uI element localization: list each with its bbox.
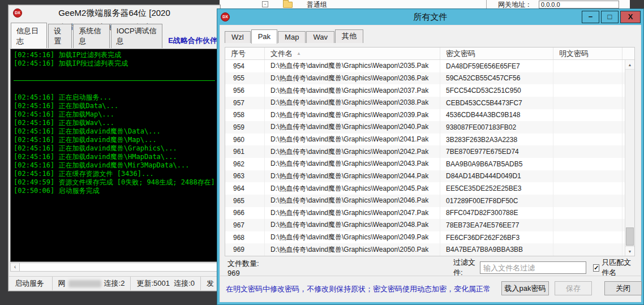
cell-c-file: D:\热血传奇\davind魔兽\Graphics\Weapon\2047.Pa… bbox=[265, 207, 440, 220]
table-vscrollbar[interactable]: ▲ ▼ bbox=[625, 60, 634, 256]
vscroll-thumb[interactable] bbox=[626, 227, 634, 246]
window-controls: − □ X bbox=[580, 11, 641, 23]
geem2-tab[interactable]: IOCP调试信息 bbox=[111, 24, 162, 48]
cell-c-plain bbox=[553, 134, 622, 146]
table-row[interactable]: 964D:\热血传奇\davind魔兽\Graphics\Weapon\2045… bbox=[225, 182, 634, 195]
cell-c-plain bbox=[553, 145, 622, 158]
match-filename-checkbox[interactable]: ✓ 只匹配文件名 bbox=[593, 257, 635, 278]
filter-input[interactable] bbox=[480, 261, 586, 274]
table-row[interactable]: 955D:\热血传奇\davind魔兽\Graphics\Weapon\2036… bbox=[225, 72, 634, 85]
console-line: [02:50:06] 启动服务完成 bbox=[14, 187, 215, 195]
table-row[interactable]: 954D:\热血传奇\davind魔兽\Graphics\Weapon\2035… bbox=[225, 60, 634, 72]
status-connections: 连接:2 bbox=[104, 278, 125, 289]
header-filename[interactable]: 文件名 ▲ bbox=[265, 48, 440, 59]
table-row[interactable]: 961D:\热血传奇\davind魔兽\Graphics\Weapon\2042… bbox=[225, 145, 634, 158]
cell-c-no: 969 bbox=[225, 243, 265, 256]
cell-c-plain bbox=[553, 170, 622, 183]
cell-c-no: 962 bbox=[225, 158, 265, 170]
table-row[interactable]: 965D:\热血传奇\davind魔兽\Graphics\Weapon\2046… bbox=[225, 195, 634, 207]
table-row[interactable]: 959D:\热血传奇\davind魔兽\Graphics\Weapon\2040… bbox=[225, 121, 634, 134]
status-service: 启动服务 bbox=[9, 277, 53, 290]
cell-c-plain bbox=[553, 109, 622, 122]
header-cipher[interactable]: 密文密码 bbox=[440, 48, 553, 59]
hint-text: 在明文密码中修改密码，不修改则保持原状；密文密码使用动态加密，变化属正常 bbox=[226, 284, 491, 294]
cell-c-file: D:\热血传奇\davind魔兽\Graphics\Weapon\2036.Pa… bbox=[265, 72, 440, 85]
cell-c-plain bbox=[553, 84, 622, 97]
console-line: [02:45:16] 正在加载davind魔兽\Mir3MapData\... bbox=[14, 161, 215, 170]
table-row[interactable]: 958D:\热血传奇\davind魔兽\Graphics\Weapon\2039… bbox=[225, 109, 634, 122]
geem2-titlebar[interactable]: DX GeeM2微端服务器64位 [2020 bbox=[8, 5, 220, 21]
header-no[interactable]: 序号 bbox=[225, 48, 265, 59]
cell-c-file: D:\热血传奇\davind魔兽\Graphics\Weapon\2043.Pa… bbox=[265, 158, 440, 170]
console-line: [02:45:16] 正在缓存资源文件 [3436]... bbox=[14, 170, 215, 178]
cell-c-cipher: BAA9B0A9B6A7B5ADB5 bbox=[440, 158, 553, 170]
header-plain[interactable]: 明文密码 bbox=[553, 48, 622, 59]
cell-c-no: 964 bbox=[225, 182, 265, 195]
dialog-titlebar[interactable]: DX 所有文件 − □ X bbox=[217, 9, 643, 25]
table-row[interactable]: 962D:\热血传奇\davind魔兽\Graphics\Weapon\2043… bbox=[225, 158, 634, 170]
console-line: [02:45:16] 加载IP段过滤列表完成 bbox=[14, 59, 215, 68]
cell-c-no: 955 bbox=[225, 72, 265, 85]
console-line: [02:45:16] 加载IP过滤列表完成 bbox=[14, 51, 215, 59]
table-row[interactable]: 956D:\热血传奇\davind魔兽\Graphics\Weapon\2037… bbox=[225, 84, 634, 97]
geem2-tabs: 信息日志设置系统信息IOCP调试信息E战略合作伙伴: 支 bbox=[8, 33, 220, 48]
cell-c-file: D:\热血传奇\davind魔兽\Graphics\Weapon\2042.Pa… bbox=[265, 145, 440, 158]
close-dialog-button[interactable]: 关闭 bbox=[604, 281, 642, 295]
scroll-down-icon[interactable]: ▼ bbox=[625, 246, 634, 256]
geem2-tab[interactable]: 系统信息 bbox=[73, 24, 109, 48]
table-row[interactable]: 969D:\热血传奇\davind魔兽\Graphics\Weapon\2050… bbox=[225, 243, 634, 256]
cell-c-plain bbox=[553, 72, 622, 85]
cell-c-cipher: CEBD453CC5B4473FC7 bbox=[440, 97, 553, 109]
table-row[interactable]: 968D:\热血传奇\davind魔兽\Graphics\Weapon\2049… bbox=[225, 231, 634, 244]
cell-c-plain bbox=[553, 195, 622, 207]
cell-c-no: 965 bbox=[225, 195, 265, 207]
save-button[interactable]: 保存 bbox=[555, 281, 592, 295]
cell-c-cipher: 3B283F263B2A3A2238 bbox=[440, 134, 553, 146]
cell-c-file: D:\热血传奇\davind魔兽\Graphics\Weapon\2048.Pa… bbox=[265, 219, 440, 231]
files-table: 序号 文件名 ▲ 密文密码 明文密码 954D:\热血传奇\davind魔兽\G… bbox=[225, 47, 635, 256]
tree-expander-icon[interactable]: - bbox=[262, 1, 268, 7]
console-line: [02:45:16] 正在加载Wav\... bbox=[14, 119, 215, 127]
table-row[interactable]: 960D:\热血传奇\davind魔兽\Graphics\Weapon\2041… bbox=[225, 134, 634, 146]
scroll-up-icon[interactable]: ▲ bbox=[625, 60, 634, 70]
table-row[interactable]: 957D:\热血传奇\davind魔兽\Graphics\Weapon\2038… bbox=[225, 97, 634, 109]
folder-icon bbox=[283, 2, 293, 8]
geem2-tab[interactable]: 信息日志 bbox=[11, 23, 47, 48]
dialog-tab-Wzl[interactable]: Wzl bbox=[225, 31, 251, 43]
cell-c-cipher: DA48DF59E656E65FE7 bbox=[440, 60, 553, 72]
scroll-left-icon[interactable]: ‹ bbox=[11, 263, 20, 271]
header-filler bbox=[622, 48, 634, 59]
hscroll-track[interactable] bbox=[20, 263, 218, 271]
console-hscrollbar[interactable]: ‹ bbox=[10, 263, 218, 272]
cell-c-cipher: 017289F00E7F8DF50C bbox=[440, 195, 553, 207]
cell-c-no: 959 bbox=[225, 121, 265, 134]
checkbox-checked-icon[interactable]: ✓ bbox=[593, 264, 599, 272]
console-line: [02:45:16] 正在启动服务... bbox=[14, 93, 215, 102]
cell-c-cipher: 4536CDB44A3BC9B148 bbox=[440, 109, 553, 122]
cell-c-file: D:\热血传奇\davind魔兽\Graphics\Weapon\2039.Pa… bbox=[265, 109, 440, 122]
close-button[interactable]: X bbox=[620, 11, 641, 23]
table-row[interactable]: 963D:\热血传奇\davind魔兽\Graphics\Weapon\2044… bbox=[225, 170, 634, 183]
dialog-tab-Wav[interactable]: Wav bbox=[306, 31, 334, 43]
gateway-address-input[interactable] bbox=[539, 1, 619, 8]
sort-asc-icon: ▲ bbox=[297, 51, 301, 56]
table-row[interactable]: 966D:\热血传奇\davind魔兽\Graphics\Weapon\2047… bbox=[225, 207, 634, 220]
load-pak-password-button[interactable]: 载入pak密码 bbox=[501, 281, 549, 295]
cell-c-cipher: 59CA52CB55C457CF56 bbox=[440, 72, 553, 85]
dialog-tab-Pak[interactable]: Pak bbox=[251, 29, 277, 44]
checkbox-label: 只匹配文件名 bbox=[602, 257, 635, 278]
console-line bbox=[14, 68, 215, 76]
table-row[interactable]: 967D:\热血传奇\davind魔兽\Graphics\Weapon\2048… bbox=[225, 219, 634, 231]
geem2-window: DX GeeM2微端服务器64位 [2020 控制(W)查看(X)选项(Y)帮助… bbox=[8, 5, 221, 291]
dialog-tab-其他[interactable]: 其他 bbox=[335, 29, 363, 43]
minimize-button[interactable]: − bbox=[582, 11, 599, 23]
cell-c-file: D:\热血传奇\davind魔兽\Graphics\Weapon\2050.Pa… bbox=[265, 243, 440, 256]
console-line: [02:45:16] 正在加载davind魔兽\Data\... bbox=[14, 127, 215, 136]
dialog-client-area: WzlPakMapWav其他 序号 文件名 ▲ 密文密码 明文密码 954D:\… bbox=[220, 25, 641, 302]
status-network: 网 连接:2 bbox=[53, 277, 131, 290]
maximize-button[interactable]: □ bbox=[601, 11, 619, 23]
geem2-window-title: GeeM2微端服务器64位 [2020 bbox=[8, 8, 220, 19]
geem2-tab[interactable]: 设置 bbox=[48, 24, 72, 48]
dialog-tab-Map[interactable]: Map bbox=[278, 31, 306, 43]
dialog-bottom-bar: 在明文密码中修改密码，不修改则保持原状；密文密码使用动态加密，变化属正常 载入p… bbox=[220, 276, 641, 302]
